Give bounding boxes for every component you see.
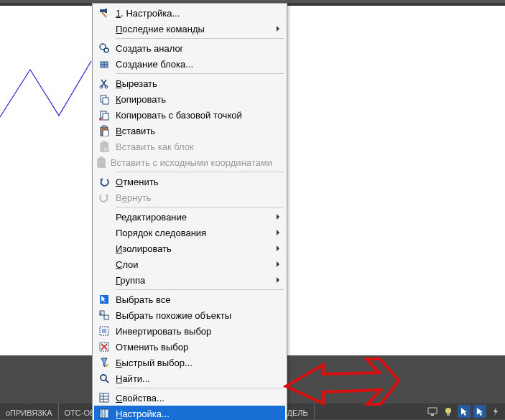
- flash-icon[interactable]: [489, 405, 502, 418]
- menu-separator: [116, 73, 284, 74]
- copy-icon: [96, 91, 113, 107]
- svg-rect-28: [100, 157, 103, 159]
- svg-rect-25: [103, 141, 106, 144]
- invert-icon: [96, 323, 113, 339]
- svg-point-2: [445, 408, 451, 414]
- properties-icon: [96, 390, 113, 406]
- svg-rect-33: [104, 315, 108, 319]
- polyline-graphic: [0, 6, 93, 149]
- pastecoord-icon: [96, 154, 108, 170]
- svg-rect-23: [103, 130, 108, 136]
- menu-item-label: Порядок следования: [116, 228, 272, 238]
- bulb-icon[interactable]: [442, 405, 455, 418]
- hammer-icon: [96, 5, 113, 21]
- svg-point-40: [101, 375, 106, 381]
- menu-item-label: Отменить выбор: [116, 342, 272, 353]
- menu-item[interactable]: Выбрать все: [94, 291, 285, 307]
- menu-item-label: Найти...: [116, 373, 272, 384]
- menu-item-label: Создание блока...: [116, 59, 272, 70]
- svg-rect-1: [431, 414, 434, 416]
- menu-item-label: Инвертировать выбор: [116, 326, 272, 337]
- menu-item-label: Копировать: [116, 94, 272, 105]
- undo-icon: [96, 174, 113, 190]
- svg-point-39: [106, 364, 108, 367]
- cursor2-icon[interactable]: [473, 405, 486, 418]
- svg-rect-42: [100, 393, 108, 402]
- cursor-icon[interactable]: [458, 405, 471, 418]
- menu-item[interactable]: Отменить выбор: [94, 339, 285, 355]
- menu-item-label: Вернуть: [116, 192, 272, 203]
- menu-item: Вернуть: [94, 190, 285, 205]
- menu-item[interactable]: Быстрый выбор...: [94, 355, 285, 370]
- block-icon: [96, 56, 113, 72]
- menu-item[interactable]: Свойства...: [94, 390, 285, 406]
- menu-item[interactable]: Инвертировать выбор: [94, 323, 285, 339]
- menu-separator: [116, 172, 284, 172]
- menu-item-label: Редактирование: [116, 212, 272, 223]
- menu-separator: [116, 207, 284, 207]
- settings-icon: [96, 406, 113, 420]
- menu-item-label: Свойства...: [116, 393, 272, 403]
- menu-item-label: Выбрать похожие объекты: [116, 310, 272, 321]
- context-menu: 1. Настройка...Последние командыСоздать …: [92, 3, 287, 420]
- menu-item[interactable]: Отменить: [94, 174, 285, 190]
- svg-rect-5: [105, 9, 107, 13]
- svg-point-8: [104, 48, 108, 52]
- svg-point-20: [99, 118, 102, 121]
- cut-icon: [96, 75, 113, 91]
- menu-item-label: Выбрать все: [116, 294, 272, 305]
- menu-separator: [116, 388, 284, 388]
- selectsimilar-icon: [96, 307, 113, 323]
- menu-item[interactable]: Выбрать похожие объекты: [94, 307, 285, 323]
- menu-item: Вставить с исходными координатами: [94, 154, 285, 170]
- blank-icon: [96, 272, 113, 288]
- copybase-icon: [96, 107, 113, 123]
- menu-item[interactable]: Копировать с базовой точкой: [94, 107, 285, 123]
- menu-item-label: Быстрый выбор...: [116, 358, 272, 368]
- menu-item[interactable]: Порядок следования: [94, 225, 285, 241]
- menu-item[interactable]: Создать аналог: [94, 40, 285, 56]
- menu-item-label: Вставить как блок: [116, 141, 272, 152]
- menu-item[interactable]: Настройка...: [94, 406, 285, 420]
- menu-item[interactable]: Вставить: [94, 123, 285, 139]
- menu-item-label: Отменить: [116, 177, 272, 187]
- svg-line-6: [102, 12, 106, 17]
- find-icon: [96, 370, 113, 386]
- svg-rect-32: [100, 311, 104, 315]
- menu-item[interactable]: Изолировать: [94, 241, 285, 256]
- blank-icon: [96, 225, 113, 241]
- svg-line-41: [106, 380, 108, 383]
- svg-rect-3: [447, 414, 450, 416]
- selectall-icon: [96, 291, 113, 307]
- menu-item-label: Создать аналог: [116, 43, 272, 54]
- status-tab[interactable]: оПРИВЯЗКА: [0, 403, 59, 419]
- menu-item[interactable]: Группа: [94, 272, 285, 288]
- menu-item[interactable]: Найти...: [94, 370, 285, 386]
- svg-rect-19: [103, 113, 108, 120]
- svg-rect-22: [103, 126, 106, 128]
- menu-item: Вставить как блок: [94, 139, 285, 154]
- menu-separator: [116, 289, 284, 290]
- gears-icon: [96, 40, 113, 56]
- menu-item-label: Изолировать: [116, 243, 272, 254]
- blank-icon: [96, 209, 113, 225]
- menu-item-label: Слои: [116, 259, 272, 270]
- menu-item[interactable]: 1. Настройка...: [94, 5, 285, 21]
- monitor-icon[interactable]: [426, 405, 439, 418]
- menu-item[interactable]: Слои: [94, 256, 285, 272]
- svg-rect-0: [428, 408, 437, 414]
- pasteblock-icon: [96, 139, 113, 154]
- menu-item[interactable]: Копировать: [94, 91, 285, 107]
- menu-item-label: Вставить: [116, 126, 272, 136]
- menu-item[interactable]: Создание блока...: [94, 56, 285, 72]
- paste-icon: [96, 123, 113, 139]
- quickselect-icon: [96, 355, 113, 370]
- svg-rect-35: [102, 329, 106, 333]
- svg-rect-26: [103, 146, 108, 151]
- blank-icon: [96, 241, 113, 256]
- menu-item[interactable]: Последние команды: [94, 21, 285, 37]
- menu-item-label: Последние команды: [116, 24, 272, 34]
- menu-item[interactable]: Вырезать: [94, 75, 285, 91]
- menu-item-label: Настройка...: [116, 409, 272, 419]
- menu-item[interactable]: Редактирование: [94, 209, 285, 225]
